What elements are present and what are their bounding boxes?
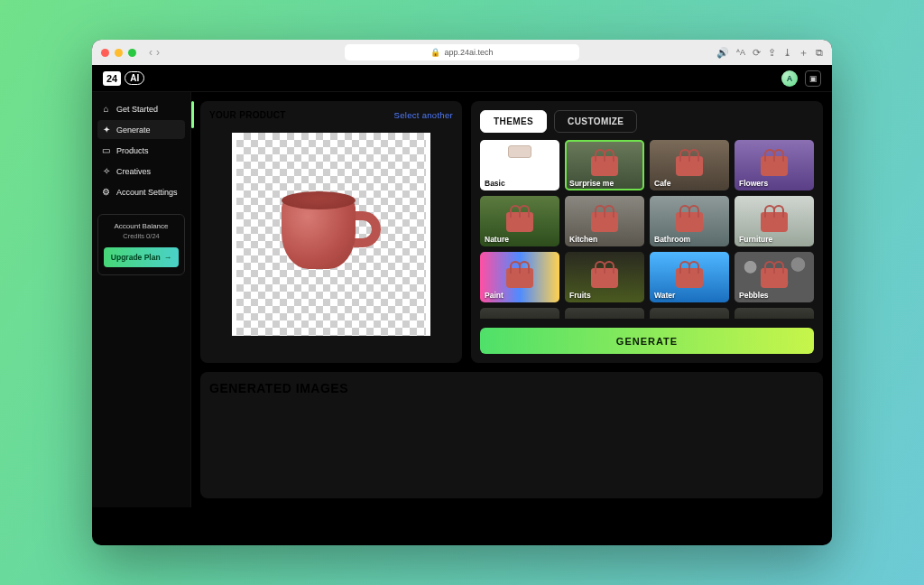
product-preview[interactable] xyxy=(232,133,430,336)
avatar[interactable]: A xyxy=(781,70,798,87)
url-text: app.24ai.tech xyxy=(444,48,493,57)
plus-icon[interactable]: ＋ xyxy=(799,46,808,60)
theme-label: Nature xyxy=(480,232,513,246)
sidebar-item-label: Products xyxy=(116,146,149,155)
window-close[interactable] xyxy=(101,49,109,57)
nav-forward-icon[interactable]: › xyxy=(156,46,160,59)
gear-icon: ⚙ xyxy=(101,187,111,197)
sidebar-item-label: Creatives xyxy=(116,167,151,176)
sidebar-item-get-started[interactable]: ⌂ Get Started xyxy=(97,99,185,118)
panel-toggle-button[interactable]: ▣ xyxy=(805,70,821,87)
theme-label: Cafe xyxy=(650,176,675,190)
select-another-link[interactable]: Select another xyxy=(394,110,453,120)
product-image xyxy=(282,191,381,277)
home-icon: ⌂ xyxy=(101,104,111,114)
reader-icon[interactable]: ᴬA xyxy=(736,48,745,57)
theme-pebbles[interactable]: Pebbles xyxy=(735,252,814,302)
upgrade-label: Upgrade Plan xyxy=(111,253,161,262)
theme-label: Surprise me xyxy=(565,176,618,190)
theme-water[interactable]: Water xyxy=(650,252,729,302)
tab-themes[interactable]: THEMES xyxy=(480,110,547,133)
theme-grid: Basic Surprise me Cafe xyxy=(480,140,814,319)
theme-surprise-me[interactable]: Surprise me xyxy=(565,140,644,190)
app-header: 24 AI A ▣ xyxy=(92,65,832,92)
theme-tabbar: THEMES CUSTOMIZE xyxy=(480,110,814,133)
theme-label: Water xyxy=(650,288,679,302)
theme-label: Kitchen xyxy=(565,232,602,246)
theme-fruits[interactable]: Fruits xyxy=(565,252,644,302)
theme-label: Furniture xyxy=(735,232,777,246)
theme-nature[interactable]: Nature xyxy=(480,196,559,246)
balance-credits: Credits 0/24 xyxy=(104,232,179,240)
theme-kitchen[interactable]: Kitchen xyxy=(565,196,644,246)
window-minimize[interactable] xyxy=(115,49,123,57)
share-icon[interactable]: ⇪ xyxy=(768,47,776,59)
theme-label: Paint xyxy=(480,288,508,302)
generated-images-panel: GENERATED IMAGES xyxy=(200,372,823,498)
sidebar-item-products[interactable]: ▭ Products xyxy=(97,141,185,160)
main-content: YOUR PRODUCT Select another xyxy=(191,92,832,507)
theme-cafe[interactable]: Cafe xyxy=(650,140,729,190)
theme-bathroom[interactable]: Bathroom xyxy=(650,196,729,246)
theme-paint[interactable]: Paint xyxy=(480,252,559,302)
sparkle-icon: ✦ xyxy=(101,125,111,135)
theme-basic[interactable]: Basic xyxy=(480,140,559,190)
avatar-initial: A xyxy=(787,74,793,83)
tab-customize[interactable]: CUSTOMIZE xyxy=(554,110,637,133)
sidebar-item-label: Get Started xyxy=(116,105,158,114)
nav-back-icon[interactable]: ‹ xyxy=(149,46,152,59)
product-panel-title: YOUR PRODUCT xyxy=(209,110,286,120)
product-panel: YOUR PRODUCT Select another xyxy=(200,101,462,363)
logo-primary: 24 xyxy=(103,71,121,86)
sidebar-item-creatives[interactable]: ✧ Creatives xyxy=(97,162,185,181)
balance-title: Account Balance xyxy=(104,222,179,230)
sidebar-item-account-settings[interactable]: ⚙ Account Settings xyxy=(97,182,185,201)
wand-icon: ✧ xyxy=(101,166,111,176)
theme-label: Basic xyxy=(480,176,510,190)
generate-button[interactable]: GENERATE xyxy=(480,328,814,354)
theme-basic-thumb xyxy=(508,145,531,158)
sidebar-item-generate[interactable]: ✦ Generate xyxy=(97,120,185,139)
themes-panel: THEMES CUSTOMIZE Basic Surprise me xyxy=(471,101,823,363)
browser-chrome: ‹ › ⊘ 🔒 app.24ai.tech 🔊 ᴬA ⟳ ⇪ ⤓ ＋ ⧉ xyxy=(92,40,832,65)
arrow-right-icon: → xyxy=(164,253,172,262)
theme-furniture[interactable]: Furniture xyxy=(735,196,814,246)
lock-icon: 🔒 xyxy=(430,48,440,57)
refresh-icon[interactable]: ⟳ xyxy=(753,47,761,59)
theme-more-row[interactable] xyxy=(650,308,729,319)
download-icon[interactable]: ⤓ xyxy=(783,47,791,59)
theme-label: Fruits xyxy=(565,288,596,302)
sidebar: ⌂ Get Started ✦ Generate ▭ Products ✧ Cr… xyxy=(92,92,191,507)
url-bar[interactable]: 🔒 app.24ai.tech xyxy=(345,44,579,60)
sidebar-item-label: Generate xyxy=(116,125,151,135)
theme-label: Bathroom xyxy=(650,232,695,246)
theme-label: Flowers xyxy=(735,176,772,190)
volume-icon[interactable]: 🔊 xyxy=(716,47,729,59)
panel-icon: ▣ xyxy=(809,74,818,83)
upgrade-plan-button[interactable]: Upgrade Plan → xyxy=(104,247,179,267)
theme-more-row[interactable] xyxy=(480,308,559,319)
tabs-icon[interactable]: ⧉ xyxy=(816,47,823,59)
theme-more-row[interactable] xyxy=(565,308,644,319)
balance-card: Account Balance Credits 0/24 Upgrade Pla… xyxy=(97,214,185,275)
app-logo[interactable]: 24 AI xyxy=(103,71,144,86)
theme-more-row[interactable] xyxy=(735,308,814,319)
app-window: ‹ › ⊘ 🔒 app.24ai.tech 🔊 ᴬA ⟳ ⇪ ⤓ ＋ ⧉ 24 … xyxy=(92,40,832,545)
window-zoom[interactable] xyxy=(128,49,136,57)
logo-secondary: AI xyxy=(125,71,144,85)
generated-images-title: GENERATED IMAGES xyxy=(209,381,814,395)
theme-label: Pebbles xyxy=(735,288,773,302)
theme-flowers[interactable]: Flowers xyxy=(735,140,814,190)
box-icon: ▭ xyxy=(101,145,111,155)
sidebar-item-label: Account Settings xyxy=(116,188,178,197)
